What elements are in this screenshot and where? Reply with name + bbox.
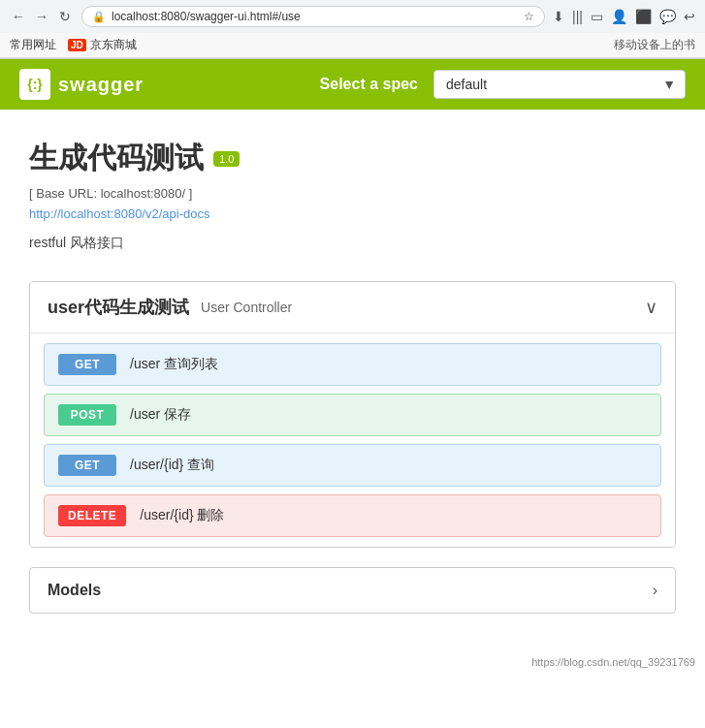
models-header[interactable]: Models › (30, 568, 675, 613)
browser-chrome: ← → ↻ 🔒 localhost:8080/swagger-ui.html#/… (0, 0, 705, 59)
method-badge: DELETE (58, 505, 126, 526)
endpoint-path: /user 保存 (130, 406, 191, 424)
lock-icon: 🔒 (92, 11, 106, 23)
api-title-text: 生成代码测试 (29, 139, 204, 178)
spec-select-wrapper[interactable]: default ▼ (433, 70, 686, 99)
spec-select[interactable]: default (433, 70, 686, 99)
method-badge: GET (58, 455, 116, 476)
version-badge: 1.0 (213, 151, 240, 167)
endpoint-path: /user/{id} 删除 (140, 507, 224, 524)
bookmarks-bar: 常用网址 JD 京东商城 移动设备上的书 (0, 33, 705, 58)
browser-nav-icons: ← → ↻ (10, 8, 74, 25)
method-badge: POST (58, 404, 116, 426)
browser-actions: ⬇ ||| ▭ 👤 ⬛ 💬 ↩ (553, 9, 695, 24)
browser-toolbar: ← → ↻ 🔒 localhost:8080/swagger-ui.html#/… (0, 0, 705, 33)
back-button[interactable]: ← (10, 8, 27, 25)
endpoint-row[interactable]: POST/user 保存 (44, 394, 661, 436)
api-title-group: 生成代码测试 1.0 (29, 139, 676, 178)
controller-section: user代码生成测试 User Controller ∨ GET/user 查询… (29, 281, 676, 548)
footer-note: https://blog.csdn.net/qq_39231769 (0, 652, 705, 672)
endpoint-row[interactable]: DELETE/user/{id} 删除 (44, 494, 661, 537)
endpoint-path: /user/{id} 查询 (130, 457, 214, 474)
endpoint-row[interactable]: GET/user/{id} 查询 (44, 444, 661, 487)
address-text: localhost:8080/swagger-ui.html#/use (112, 10, 518, 23)
select-spec-label: Select a spec (320, 76, 418, 93)
chat-icon[interactable]: 💬 (659, 9, 676, 24)
models-title: Models (48, 582, 101, 599)
endpoints-list: GET/user 查询列表POST/user 保存GET/user/{id} 查… (30, 333, 675, 547)
download-icon[interactable]: ⬇ (553, 9, 564, 24)
bookmarks-icon[interactable]: ||| (572, 9, 583, 24)
models-section: Models › (29, 567, 676, 614)
forward-button[interactable]: → (33, 8, 50, 25)
swagger-icon: {:} (19, 69, 50, 100)
bookmark-label: 常用网址 (10, 37, 56, 53)
swagger-title: swagger (58, 74, 144, 96)
back-icon[interactable]: ↩ (684, 9, 695, 24)
controller-title: user代码生成测试 (48, 296, 189, 319)
account-icon[interactable]: 👤 (611, 9, 627, 24)
endpoint-path: /user 查询列表 (130, 356, 218, 373)
address-bar[interactable]: 🔒 localhost:8080/swagger-ui.html#/use ☆ (81, 6, 545, 27)
controller-subtitle: User Controller (201, 300, 292, 315)
controller-header[interactable]: user代码生成测试 User Controller ∨ (30, 282, 675, 333)
bookmark-common[interactable]: 常用网址 (10, 37, 56, 53)
api-docs-link[interactable]: http://localhost:8080/v2/api-docs (29, 206, 676, 221)
api-description: restful 风格接口 (29, 235, 676, 252)
jd-logo: JD (68, 39, 86, 51)
reload-button[interactable]: ↻ (56, 8, 74, 25)
endpoint-row[interactable]: GET/user 查询列表 (44, 343, 661, 386)
bookmark-jd[interactable]: JD 京东商城 (68, 37, 137, 53)
mobile-label: 移动设备上的书 (614, 37, 695, 53)
jd-label: 京东商城 (90, 37, 137, 53)
controller-chevron-icon: ∨ (645, 297, 657, 318)
method-badge: GET (58, 354, 116, 375)
base-url: [ Base URL: localhost:8080/ ] (29, 186, 676, 201)
models-chevron-icon: › (653, 582, 657, 599)
swagger-logo: {:} swagger (19, 69, 144, 100)
main-content: 生成代码测试 1.0 [ Base URL: localhost:8080/ ]… (0, 110, 705, 652)
star-icon: ☆ (524, 10, 534, 23)
controller-title-group: user代码生成测试 User Controller (48, 296, 292, 319)
extensions-icon[interactable]: ⬛ (635, 9, 652, 24)
screen-icon[interactable]: ▭ (591, 9, 603, 24)
swagger-header: {:} swagger Select a spec default ▼ (0, 59, 705, 110)
